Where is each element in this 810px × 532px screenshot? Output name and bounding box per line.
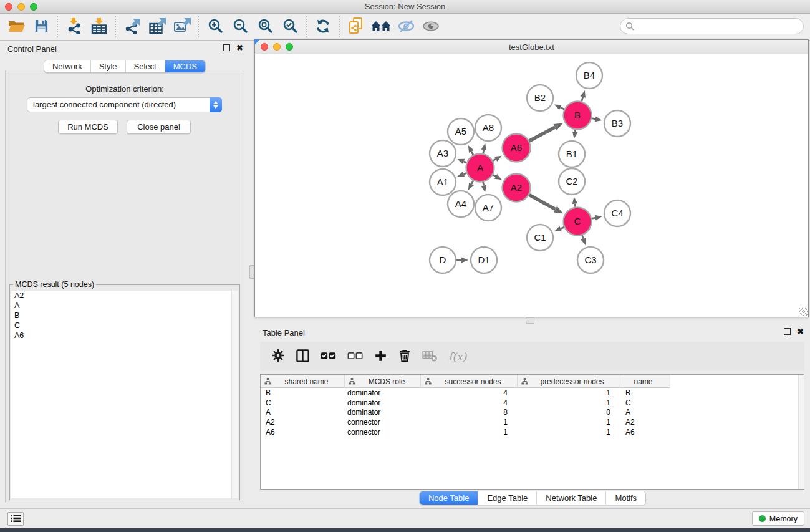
graph-edge-C-C3[interactable] bbox=[582, 235, 584, 239]
graph-node-A3[interactable]: A3 bbox=[430, 140, 456, 167]
graph-node-B3[interactable]: B3 bbox=[604, 110, 630, 137]
tab-node-table[interactable]: Node Table bbox=[420, 491, 479, 505]
graph-edge-C-C4[interactable] bbox=[592, 218, 595, 218]
zoom-selected-button[interactable] bbox=[277, 16, 302, 38]
graph-node-A7[interactable]: A7 bbox=[475, 195, 501, 221]
select-all-button[interactable] bbox=[321, 347, 337, 366]
graph-node-A[interactable]: A bbox=[466, 154, 494, 182]
graph-edge-A6-B[interactable] bbox=[529, 127, 555, 141]
memory-button[interactable]: Memory bbox=[752, 511, 804, 526]
float-table-panel-icon[interactable] bbox=[784, 328, 791, 335]
hide-selected-button[interactable] bbox=[393, 16, 418, 38]
table-row[interactable]: A6connector11A6 bbox=[261, 427, 804, 437]
column-header-predecessor-nodes[interactable]: predecessor nodes bbox=[518, 375, 619, 388]
tab-motifs[interactable]: Motifs bbox=[606, 491, 645, 505]
table-cell[interactable]: 4 bbox=[421, 389, 518, 397]
result-list-scrollbar[interactable] bbox=[231, 291, 238, 498]
table-cell[interactable]: A6 bbox=[261, 428, 345, 437]
table-cell[interactable]: A2 bbox=[619, 418, 670, 427]
search-input[interactable] bbox=[620, 18, 804, 34]
graph-node-A6[interactable]: A6 bbox=[503, 134, 531, 162]
network-window-titlebar[interactable]: testGlobe.txt bbox=[255, 40, 808, 54]
close-panel-button[interactable]: Close panel bbox=[127, 120, 191, 134]
graph-edge-B-B2[interactable] bbox=[561, 107, 564, 109]
table-cell[interactable]: B bbox=[619, 389, 670, 397]
graph-node-A8[interactable]: A8 bbox=[475, 115, 501, 141]
network-canvas[interactable]: B4B2BB3A5A8A6A3B1AA1C2A2A4A7CC4C1C3DD1 bbox=[255, 54, 808, 317]
table-cell[interactable]: C bbox=[261, 399, 345, 407]
tab-network[interactable]: Network bbox=[44, 60, 91, 72]
table-cell[interactable]: A bbox=[261, 408, 345, 417]
table-cell[interactable]: C bbox=[619, 399, 670, 407]
close-window-button[interactable] bbox=[5, 3, 12, 11]
result-list-item[interactable]: A bbox=[11, 301, 238, 311]
mcds-result-list[interactable]: A2ABCA6 bbox=[11, 291, 238, 498]
table-cell[interactable]: 1 bbox=[518, 418, 619, 427]
graph-node-D[interactable]: D bbox=[430, 247, 456, 273]
graph-edge-C-C1[interactable] bbox=[561, 227, 564, 228]
graph-edge-A-A7[interactable] bbox=[483, 182, 484, 186]
task-history-button[interactable] bbox=[7, 512, 24, 526]
table-cell[interactable]: 1 bbox=[518, 428, 619, 437]
function-builder-button[interactable]: f(x) bbox=[448, 347, 466, 366]
table-cell[interactable]: 8 bbox=[421, 408, 518, 417]
deselect-all-button[interactable] bbox=[347, 347, 364, 366]
zoom-fit-button[interactable] bbox=[253, 16, 277, 38]
graph-edge-A-A6[interactable] bbox=[493, 159, 496, 160]
tab-mcds[interactable]: MCDS bbox=[165, 60, 205, 72]
run-mcds-button[interactable]: Run MCDS bbox=[58, 120, 118, 134]
criterion-dropdown[interactable]: largest connected component (directed) bbox=[27, 97, 222, 112]
column-header-successor-nodes[interactable]: successor nodes bbox=[421, 375, 518, 388]
table-row[interactable]: Cdominator41C bbox=[261, 398, 804, 408]
table-cell[interactable]: 0 bbox=[518, 408, 619, 417]
graph-node-D1[interactable]: D1 bbox=[471, 247, 497, 273]
fullscreen-window-button[interactable] bbox=[30, 3, 37, 11]
table-cell[interactable]: B bbox=[261, 389, 345, 397]
graph-node-A5[interactable]: A5 bbox=[448, 118, 474, 145]
export-image-button[interactable] bbox=[170, 16, 195, 38]
export-network-button[interactable] bbox=[120, 16, 145, 38]
show-column-button[interactable] bbox=[296, 347, 310, 366]
graph-node-C3[interactable]: C3 bbox=[577, 247, 604, 273]
graph-node-C2[interactable]: C2 bbox=[559, 168, 585, 195]
table-cell[interactable]: 1 bbox=[518, 389, 619, 397]
table-row[interactable]: Adominator80A bbox=[261, 407, 804, 417]
tab-select[interactable]: Select bbox=[126, 60, 165, 72]
export-table-button[interactable] bbox=[145, 16, 170, 38]
graph-edge-A-A4[interactable] bbox=[471, 181, 473, 184]
close-panel-icon[interactable]: ✖ bbox=[236, 44, 243, 51]
import-network-button[interactable] bbox=[62, 16, 87, 38]
apply-layout-button[interactable] bbox=[311, 16, 335, 38]
table-cell[interactable]: A2 bbox=[261, 418, 345, 427]
table-cell[interactable]: dominator bbox=[345, 389, 421, 397]
horizontal-splitter-grip[interactable] bbox=[526, 317, 534, 324]
graph-node-C1[interactable]: C1 bbox=[527, 225, 553, 251]
new-session-from-network-button[interactable] bbox=[344, 16, 369, 38]
graph-node-A1[interactable]: A1 bbox=[430, 169, 456, 195]
tab-style[interactable]: Style bbox=[91, 60, 126, 72]
delete-table-button[interactable] bbox=[422, 347, 438, 366]
table-cell[interactable]: dominator bbox=[345, 399, 421, 407]
tab-network-table[interactable]: Network Table bbox=[537, 491, 606, 505]
table-cell[interactable]: dominator bbox=[345, 408, 421, 417]
table-cell[interactable]: connector bbox=[345, 428, 421, 437]
graph-edge-A2-C[interactable] bbox=[529, 195, 556, 209]
tab-edge-table[interactable]: Edge Table bbox=[478, 491, 537, 505]
graph-node-A2[interactable]: A2 bbox=[503, 174, 531, 202]
result-list-item[interactable]: A2 bbox=[11, 291, 238, 301]
table-cell[interactable]: connector bbox=[345, 418, 421, 427]
import-table-button[interactable] bbox=[87, 16, 112, 38]
delete-row-button[interactable] bbox=[398, 347, 412, 366]
show-all-button[interactable] bbox=[369, 16, 393, 38]
table-cell[interactable]: 4 bbox=[421, 399, 518, 407]
zoom-in-button[interactable] bbox=[203, 16, 228, 38]
close-table-panel-icon[interactable]: ✖ bbox=[797, 328, 804, 335]
graph-edge-A-A5[interactable] bbox=[471, 152, 473, 155]
node-table[interactable]: shared nameMCDS rolesuccessor nodesprede… bbox=[260, 374, 804, 490]
table-cell[interactable]: 1 bbox=[421, 428, 518, 437]
open-file-button[interactable] bbox=[4, 16, 29, 38]
minimize-window-button[interactable] bbox=[17, 3, 25, 11]
table-scrollbar[interactable] bbox=[798, 375, 804, 489]
save-session-button[interactable] bbox=[29, 16, 54, 38]
graph-node-B2[interactable]: B2 bbox=[527, 85, 553, 111]
